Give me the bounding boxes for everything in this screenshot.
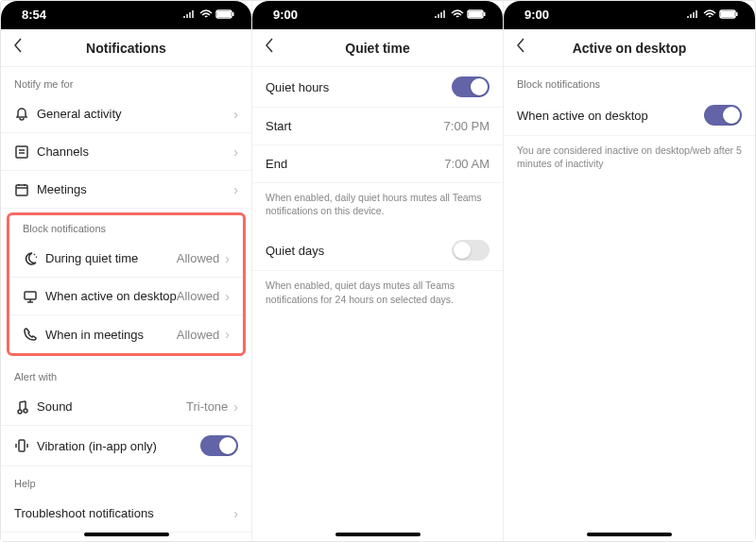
header: Notifications (1, 29, 251, 67)
wifi-icon (703, 9, 716, 19)
section-block-label: Block notifications (9, 215, 243, 240)
back-button[interactable] (12, 37, 31, 59)
battery-icon (215, 9, 234, 19)
status-icons (183, 9, 234, 19)
row-troubleshoot[interactable]: Troubleshoot notifications › (1, 495, 251, 533)
label: When in meetings (45, 328, 177, 342)
chevron-left-icon (12, 37, 24, 54)
quiet-hours-description: When enabled, daily quiet hours mutes al… (252, 183, 503, 230)
row-meetings[interactable]: Meetings › (1, 171, 251, 209)
signal-icon (435, 9, 448, 19)
screen-active-desktop: 9:00 Active on desktop Block notificatio… (504, 1, 755, 541)
channels-icon (14, 144, 37, 160)
page-title: Quiet time (252, 41, 503, 56)
quiet-days-description: When enabled, quiet days mutes all Teams… (252, 271, 503, 318)
active-desktop-toggle[interactable] (704, 105, 742, 126)
vibration-icon (14, 438, 37, 453)
label: Quiet hours (266, 80, 452, 94)
value: Allowed (177, 251, 220, 265)
row-active-desktop[interactable]: When active on desktop Allowed › (9, 278, 243, 315)
row-end[interactable]: End 7:00 AM (252, 145, 503, 183)
svg-rect-12 (736, 12, 738, 16)
svg-rect-3 (16, 146, 27, 158)
chevron-left-icon (264, 37, 275, 54)
chevron-right-icon: › (233, 182, 238, 197)
label: End (266, 157, 444, 171)
svg-rect-2 (232, 12, 234, 16)
row-in-meetings[interactable]: When in meetings Allowed › (9, 315, 243, 353)
quiet-hours-toggle[interactable] (452, 76, 490, 97)
value: Tri-tone (186, 399, 228, 414)
calendar-icon (14, 182, 37, 197)
chevron-right-icon: › (225, 251, 230, 266)
section-block-label: Block notifications (504, 67, 755, 95)
label: Quiet days (266, 244, 452, 258)
svg-rect-5 (25, 292, 36, 299)
page-title: Notifications (1, 41, 251, 56)
row-vibration[interactable]: Vibration (in-app only) (1, 426, 251, 466)
desktop-icon (23, 289, 45, 304)
row-general-activity[interactable]: General activity › (1, 95, 251, 133)
home-indicator[interactable] (335, 533, 421, 536)
svg-rect-11 (721, 11, 734, 17)
svg-rect-1 (217, 11, 231, 17)
svg-rect-4 (16, 185, 27, 195)
row-start[interactable]: Start 7:00 PM (252, 108, 503, 145)
back-button[interactable] (515, 37, 534, 59)
section-alert-label: Alert with (1, 360, 251, 388)
page-title: Active on desktop (504, 41, 755, 56)
wifi-icon (451, 9, 464, 19)
row-quiet-time[interactable]: During quiet time Allowed › (9, 240, 243, 278)
chevron-right-icon: › (233, 399, 238, 415)
label: During quiet time (45, 251, 177, 265)
header: Quiet time (252, 29, 503, 67)
header: Active on desktop (504, 29, 755, 67)
svg-rect-9 (484, 12, 486, 16)
label: Troubleshoot notifications (14, 506, 233, 520)
battery-icon (719, 9, 738, 19)
moon-icon (23, 251, 45, 266)
label: Meetings (37, 182, 233, 196)
screen-quiet-time: 9:00 Quiet time Quiet hours Start 7:00 P… (252, 1, 504, 541)
home-indicator[interactable] (84, 533, 169, 536)
chevron-right-icon: › (233, 506, 238, 521)
quiet-days-toggle[interactable] (452, 240, 490, 261)
chevron-left-icon (515, 37, 526, 54)
phone-icon (23, 327, 45, 342)
label: Sound (37, 399, 186, 414)
label: Channels (37, 144, 233, 159)
home-indicator[interactable] (587, 533, 672, 536)
content: Block notifications When active on deskt… (504, 67, 755, 541)
value: Allowed (177, 289, 220, 303)
status-time: 9:00 (273, 8, 298, 22)
value: Allowed (177, 328, 220, 342)
chevron-right-icon: › (233, 107, 238, 122)
vibration-toggle[interactable] (200, 435, 238, 456)
svg-rect-6 (19, 440, 25, 451)
row-quiet-days[interactable]: Quiet days (252, 230, 503, 271)
section-help-label: Help (1, 466, 251, 495)
label: When active on desktop (45, 289, 177, 303)
back-button[interactable] (264, 37, 283, 59)
label: Vibration (in-app only) (37, 439, 200, 453)
value: 7:00 AM (444, 157, 490, 171)
battery-icon (467, 9, 486, 19)
row-channels[interactable]: Channels › (1, 133, 251, 171)
section-notify-label: Notify me for (1, 67, 251, 95)
content: Notify me for General activity › Channel… (1, 67, 251, 541)
row-sound[interactable]: Sound Tri-tone › (1, 388, 251, 426)
status-time: 8:54 (22, 8, 46, 22)
block-notifications-highlight: Block notifications During quiet time Al… (7, 212, 246, 356)
status-icons (435, 9, 486, 19)
svg-rect-8 (469, 11, 482, 17)
chevron-right-icon: › (233, 144, 238, 160)
status-bar: 8:54 (1, 1, 251, 29)
row-quiet-hours[interactable]: Quiet hours (252, 67, 503, 108)
row-when-active-desktop[interactable]: When active on desktop (504, 95, 755, 136)
chevron-right-icon: › (225, 289, 230, 304)
screen-notifications: 8:54 Notifications Notify me for General… (1, 1, 252, 541)
status-bar: 9:00 (504, 1, 755, 29)
active-desktop-description: You are considered inactive on desktop/w… (504, 136, 755, 183)
label: When active on desktop (517, 109, 704, 123)
wifi-icon (199, 9, 213, 19)
